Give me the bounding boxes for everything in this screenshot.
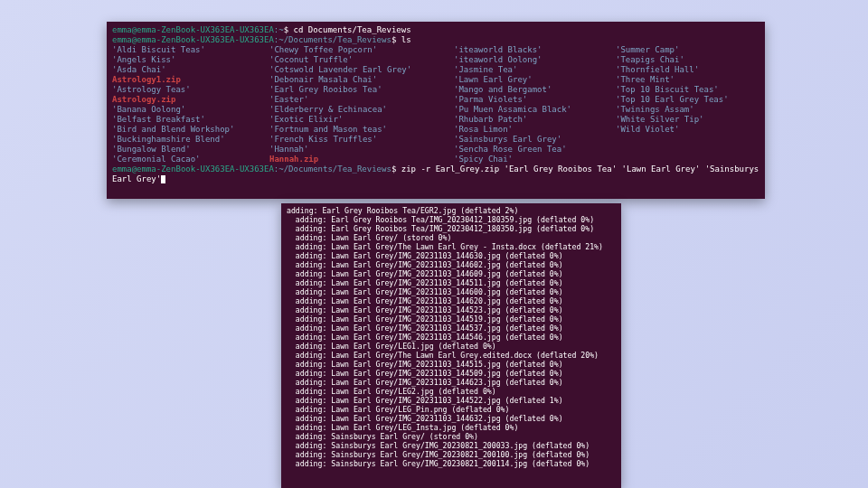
zip-output-line: adding: Lawn Earl Grey/IMG_20231103_1446… xyxy=(287,378,616,387)
zip-output-line: adding: Lawn Earl Grey/The Lawn Earl Gre… xyxy=(287,351,616,360)
ls-entry-dir: 'Hannah' xyxy=(269,145,450,155)
ls-entry-dir: 'Thornfield Hall' xyxy=(616,65,751,75)
ls-entry-dir: 'Mango and Bergamot' xyxy=(454,85,612,95)
ls-entry-dir: 'Spicy Chai' xyxy=(454,155,612,164)
zip-output-line: adding: Earl Grey Rooibos Tea/EGR2.jpg (… xyxy=(287,206,616,215)
zip-output-line: adding: Earl Grey Rooibos Tea/IMG_202304… xyxy=(287,224,616,233)
zip-output-line: adding: Lawn Earl Grey/LEG2.jpg (deflate… xyxy=(287,387,616,396)
zip-output-line: adding: Lawn Earl Grey/IMG_20231103_1445… xyxy=(287,278,616,287)
ls-entry-dir: 'Rhubarb Patch' xyxy=(454,115,612,125)
ls-entry-zip: Astrology1.zip xyxy=(112,75,266,85)
ls-entry-dir: 'Parma Violets' xyxy=(454,95,612,105)
zip-output-line: adding: Lawn Earl Grey/IMG_20231103_1445… xyxy=(287,324,616,333)
zip-output-line: adding: Lawn Earl Grey/IMG_20231103_1446… xyxy=(287,287,616,296)
ls-entry-dir: 'Top 10 Biscuit Teas' xyxy=(616,85,751,95)
zip-output-line: adding: Sainsburys Earl Grey/IMG_2023082… xyxy=(287,441,616,450)
zip-output-line: adding: Lawn Earl Grey/IMG_20231103_1445… xyxy=(287,314,616,324)
ls-entry-dir: 'Sencha Rose Green Tea' xyxy=(454,145,612,155)
ls-col-1: 'Aldi Biscuit Teas''Angels Kiss''Asda Ch… xyxy=(112,45,266,164)
zip-output-line: adding: Sainsburys Earl Grey/IMG_2023082… xyxy=(287,450,616,459)
prompt-line-zip: emma@emma-ZenBook-UX363EA-UX363EA:~/Docu… xyxy=(112,164,760,184)
ls-entry-dir: 'Three Mint' xyxy=(616,75,751,85)
ls-entry-dir: 'Angels Kiss' xyxy=(112,55,266,65)
zip-output-line: adding: Lawn Earl Grey/The Lawn Earl Gre… xyxy=(287,242,616,251)
ls-entry-dir: 'Rosa Limon' xyxy=(454,125,612,135)
zip-output-line: adding: Lawn Earl Grey/IMG_20231103_1446… xyxy=(287,414,616,423)
ls-entry-dir: 'French Kiss Truffles' xyxy=(269,135,450,145)
ls-entry-dir: 'Belfast Breakfast' xyxy=(112,115,266,125)
ls-entry-dir: 'Exotic Elixir' xyxy=(269,115,450,125)
ls-entry-dir: 'Aldi Biscuit Teas' xyxy=(112,45,266,55)
ls-entry-dir: 'iteaworld Oolong' xyxy=(454,55,612,65)
zip-output-line: adding: Lawn Earl Grey/IMG_20231103_1446… xyxy=(287,269,616,278)
ls-entry-dir: 'Coconut Truffle' xyxy=(269,55,450,65)
cmd-ls: ls xyxy=(396,35,410,44)
ls-entry-dir: 'iteaworld Blacks' xyxy=(454,45,612,55)
ls-entry-dir: 'Top 10 Earl Grey Teas' xyxy=(616,95,751,105)
ls-entry-dir: 'Elderberry & Echinacea' xyxy=(269,105,450,115)
zip-output-line: adding: Lawn Earl Grey/IMG_20231103_1445… xyxy=(287,396,616,405)
zip-output-line: adding: Lawn Earl Grey/IMG_20231103_1446… xyxy=(287,251,616,260)
zip-output-line: adding: Lawn Earl Grey/LEG1.jpg (deflate… xyxy=(287,342,616,351)
ls-entry-dir: 'Buckinghamshire Blend' xyxy=(112,135,266,145)
ls-entry-dir: 'Summer Camp' xyxy=(616,45,751,55)
ls-entry-zip: Astrology.zip xyxy=(112,95,266,105)
ls-entry-dir: 'Pu Muen Assamica Black' xyxy=(454,105,612,115)
ls-entry-dir: 'Wild Violet' xyxy=(616,125,751,135)
zip-output-line: adding: Lawn Earl Grey/IMG_20231103_1446… xyxy=(287,296,616,305)
ls-output: 'Aldi Biscuit Teas''Angels Kiss''Asda Ch… xyxy=(112,45,760,164)
ls-entry-dir: 'Ceremonial Cacao' xyxy=(112,155,266,164)
ls-col-4: 'Summer Camp''Teapigs Chai''Thornfield H… xyxy=(616,45,751,164)
ls-entry-dir: 'Jasmine Tea' xyxy=(454,65,612,75)
zip-output: adding: Earl Grey Rooibos Tea/EGR2.jpg (… xyxy=(287,206,616,468)
zip-output-line: adding: Lawn Earl Grey/IMG_20231103_1445… xyxy=(287,369,616,378)
ls-entry-dir: 'Earl Grey Rooibos Tea' xyxy=(269,85,450,95)
prompt-user: emma xyxy=(112,25,132,34)
zip-output-line: adding: Lawn Earl Grey/IMG_20231103_1445… xyxy=(287,360,616,369)
ls-entry-dir: 'Debonair Masala Chai' xyxy=(269,75,450,85)
ls-col-3: 'iteaworld Blacks''iteaworld Oolong''Jas… xyxy=(454,45,612,164)
zip-output-line: adding: Earl Grey Rooibos Tea/IMG_202304… xyxy=(287,215,616,224)
zip-output-line: adding: Lawn Earl Grey/IMG_20231103_1446… xyxy=(287,260,616,269)
ls-entry-dir: 'Bird and Blend Workshop' xyxy=(112,125,266,135)
ls-col-2: 'Chewy Toffee Popcorn''Coconut Truffle''… xyxy=(269,45,450,164)
zip-output-line: adding: Lawn Earl Grey/LEG_Insta.jpg (de… xyxy=(287,423,616,432)
ls-entry-dir: 'Teapigs Chai' xyxy=(616,55,751,65)
terminal-upper[interactable]: emma@emma-ZenBook-UX363EA-UX363EA:~$ cd … xyxy=(107,22,765,199)
ls-entry-dir: 'White Silver Tip' xyxy=(616,115,751,125)
prompt-line-ls: emma@emma-ZenBook-UX363EA-UX363EA:~/Docu… xyxy=(112,35,760,45)
ls-entry-dir: 'Asda Chai' xyxy=(112,65,266,75)
zip-output-line: adding: Sainsburys Earl Grey/IMG_2023082… xyxy=(287,459,616,468)
ls-entry-dir: 'Sainsburys Earl Grey' xyxy=(454,135,612,145)
zip-output-line: adding: Lawn Earl Grey/LEG_Pin.png (defl… xyxy=(287,405,616,414)
zip-output-line: adding: Lawn Earl Grey/IMG_20231103_1445… xyxy=(287,333,616,342)
ls-entry-zip: Hannah.zip xyxy=(269,155,450,164)
terminal-lower[interactable]: adding: Earl Grey Rooibos Tea/EGR2.jpg (… xyxy=(281,203,621,488)
prompt-line-cd: emma@emma-ZenBook-UX363EA-UX363EA:~$ cd … xyxy=(112,25,760,35)
ls-entry-dir: 'Banana Oolong' xyxy=(112,105,266,115)
zip-output-line: adding: Sainsburys Earl Grey/ (stored 0%… xyxy=(287,432,616,441)
cmd-cd: cd Documents/Tea_Reviews xyxy=(288,25,410,34)
ls-entry-dir: 'Lawn Earl Grey' xyxy=(454,75,612,85)
ls-entry-dir: 'Chewy Toffee Popcorn' xyxy=(269,45,450,55)
ls-entry-dir: 'Fortnum and Mason teas' xyxy=(269,125,450,135)
zip-output-line: adding: Lawn Earl Grey/IMG_20231103_1445… xyxy=(287,305,616,314)
ls-entry-dir: 'Twinings Assam' xyxy=(616,105,751,115)
ls-entry-dir: 'Astrology Teas' xyxy=(112,85,266,95)
cursor xyxy=(161,175,165,183)
ls-entry-dir: 'Bungalow Blend' xyxy=(112,145,266,155)
ls-entry-dir: 'Easter' xyxy=(269,95,450,105)
zip-output-line: adding: Lawn Earl Grey/ (stored 0%) xyxy=(287,233,616,242)
ls-entry-dir: 'Cotswold Lavender Earl Grey' xyxy=(269,65,450,75)
